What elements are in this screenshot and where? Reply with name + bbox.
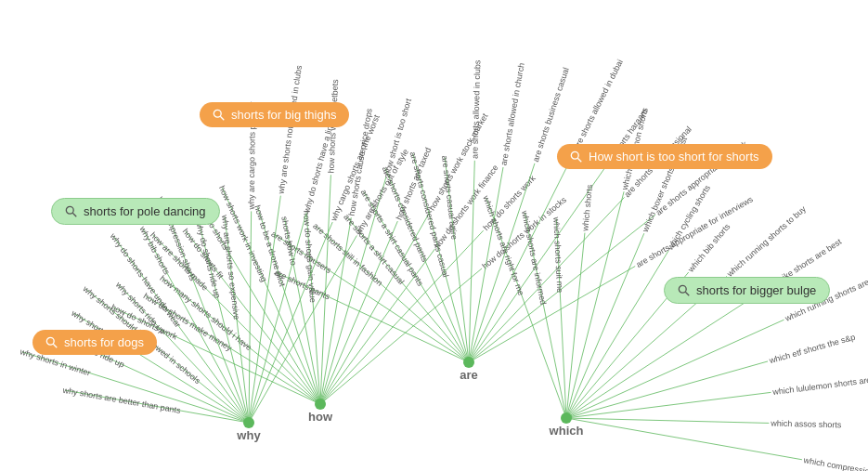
bubble-how-short-label: How short is too short for shorts bbox=[589, 150, 759, 164]
search-icon bbox=[570, 150, 583, 164]
svg-line-5 bbox=[577, 158, 581, 162]
bubble-bigger-bulge[interactable]: shorts for bigger bulge bbox=[664, 277, 830, 304]
bubble-big-thighs[interactable]: shorts for big thighs bbox=[200, 102, 349, 127]
bubble-pole-dancing-label: shorts for pole dancing bbox=[84, 204, 206, 218]
svg-point-4 bbox=[571, 151, 578, 159]
bubble-big-thighs-label: shorts for big thighs bbox=[231, 108, 336, 122]
bubble-how-short[interactable]: How short is too short for shorts bbox=[557, 144, 772, 169]
svg-point-0 bbox=[214, 110, 221, 117]
svg-line-1 bbox=[220, 116, 224, 120]
bubble-dogs[interactable]: shorts for dogs bbox=[32, 330, 157, 355]
search-icon bbox=[65, 205, 78, 218]
svg-point-6 bbox=[679, 285, 686, 293]
svg-line-3 bbox=[72, 213, 76, 216]
svg-line-7 bbox=[685, 292, 689, 295]
bubble-bigger-bulge-label: shorts for bigger bulge bbox=[696, 283, 816, 297]
svg-point-8 bbox=[46, 337, 54, 345]
bubble-dogs-label: shorts for dogs bbox=[64, 335, 144, 349]
search-icon bbox=[213, 109, 226, 122]
svg-point-2 bbox=[66, 206, 73, 214]
search-icon bbox=[45, 336, 58, 349]
search-icon bbox=[678, 284, 691, 297]
bubble-pole-dancing[interactable]: shorts for pole dancing bbox=[51, 198, 220, 225]
svg-line-9 bbox=[53, 344, 57, 347]
